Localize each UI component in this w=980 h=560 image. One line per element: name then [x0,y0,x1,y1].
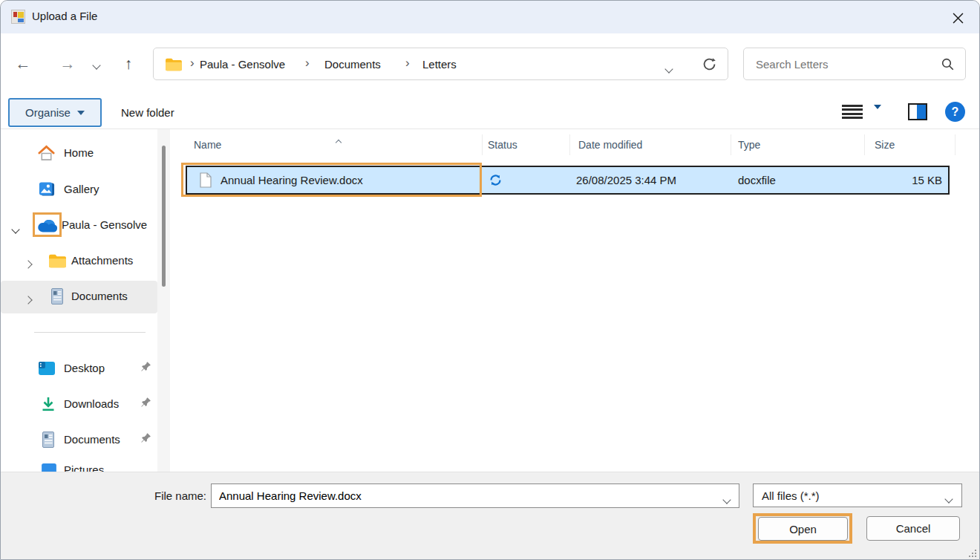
gallery-icon [38,181,55,198]
sidebar-item-documents-pinned[interactable]: Documents [1,429,157,452]
caret-down-icon [77,111,85,115]
back-button[interactable]: ← [10,51,36,76]
window-title: Upload a File [32,10,97,22]
sidebar-scrollbar-thumb[interactable] [162,146,166,287]
chevron-down-icon [13,222,19,235]
breadcrumb-letters[interactable]: Letters [422,58,457,71]
file-name: Annual Hearing Review.docx [220,167,363,193]
column-header-size[interactable]: Size [875,134,895,155]
breadcrumb-separator: › [399,56,416,71]
sidebar-item-label: Downloads [64,397,119,410]
sidebar-item-label: Documents [71,290,128,302]
list-view-icon[interactable] [842,105,863,119]
sidebar-item-label: Attachments [71,254,133,267]
refresh-button[interactable] [702,56,717,72]
chevron-down-icon [946,492,952,504]
organise-button[interactable]: Organise [8,98,102,127]
new-folder-button[interactable]: New folder [121,98,174,127]
views-dropdown-button[interactable] [874,109,881,123]
breadcrumb-paula-gensolve[interactable]: Paula - Gensolve [200,58,285,71]
file-row[interactable]: Annual Hearing Review.docx 26/08/2025 3:… [186,166,950,195]
organise-label: Organise [25,106,71,119]
sidebar-item-documents[interactable]: Documents [1,285,157,309]
column-label: Type [738,139,760,151]
address-bar[interactable]: › Paula - Gensolve › Documents › Letters [153,48,728,80]
sidebar-item-label: Home [64,146,94,159]
chevron-right-icon [25,293,31,305]
app-icon [11,10,25,24]
column-label: Size [875,139,895,151]
sidebar-item-downloads[interactable]: Downloads [1,393,157,417]
column-header-name[interactable]: Name [194,134,221,155]
sidebar-item-desktop[interactable]: Desktop [1,357,157,381]
breadcrumb-separator: › [298,56,316,71]
sidebar-item-label: Gallery [64,183,99,195]
file-name-combo [211,484,739,508]
breadcrumb-separator: › [183,56,201,71]
sidebar-item-attachments[interactable]: Attachments [1,250,157,273]
column-header-status[interactable]: Status [488,134,517,155]
sync-status-icon [489,167,502,193]
file-size: 15 KB [912,167,942,193]
chevron-down-icon[interactable] [724,492,730,506]
onedrive-cloud-icon [36,218,59,233]
pin-icon [140,397,151,408]
sidebar-item-gallery[interactable]: Gallery [1,178,157,202]
sidebar-item-label: Desktop [64,362,105,374]
cancel-button[interactable]: Cancel [866,516,960,541]
upload-file-dialog: Upload a File ← → ↑ › Paula - Gensolve ›… [0,0,980,560]
sidebar-item-home[interactable]: Home [1,142,157,166]
column-divider[interactable] [955,134,956,155]
file-name-input[interactable] [218,485,708,507]
pin-icon [140,432,151,443]
recent-locations-button[interactable] [84,53,109,78]
file-type: docxfile [738,167,776,193]
forward-icon: → [60,55,76,73]
search-input[interactable] [754,49,932,79]
column-divider[interactable] [864,134,865,155]
sidebar-item-label: Paula - Gensolve [62,218,157,231]
file-icon [200,167,212,193]
column-divider[interactable] [569,134,570,155]
caret-down-icon [874,105,881,122]
new-folder-label: New folder [121,106,174,119]
toolbar-divider [1,128,980,129]
folder-icon [48,253,66,268]
column-label: Date modified [578,139,642,151]
desktop-icon [38,361,56,376]
chevron-down-icon [92,61,100,69]
file-name-label: File name: [1,484,206,508]
search-icon [941,57,955,71]
help-icon[interactable]: ? [945,102,965,122]
resize-grip[interactable] [969,550,976,557]
sort-ascending-icon [336,134,341,148]
search-box [743,48,966,80]
up-icon: ↑ [125,55,133,73]
close-icon[interactable] [948,9,967,27]
file-type-select[interactable]: All files (*.*) [753,484,962,507]
back-icon: ← [16,55,31,73]
column-divider[interactable] [482,134,483,155]
sidebar-divider [34,332,146,333]
folder-icon [165,57,182,71]
forward-button[interactable]: → [55,51,80,76]
column-header-type[interactable]: Type [738,134,760,155]
pin-icon [140,361,151,372]
chevron-down-icon [664,65,673,73]
document-icon [50,287,65,305]
sidebar-item-paula-gensolve[interactable]: Paula - Gensolve [1,213,157,238]
breadcrumb-documents[interactable]: Documents [324,58,381,71]
chevron-right-icon [25,257,31,270]
preview-pane-icon[interactable] [908,103,927,120]
address-dropdown-button[interactable] [666,62,672,75]
column-label: Status [488,139,517,151]
open-button[interactable]: Open [758,517,848,541]
downloads-icon [40,396,56,413]
document-icon [41,431,56,449]
column-divider[interactable] [731,134,731,155]
column-label: Name [194,139,221,151]
home-icon [38,145,55,162]
title-bar: Upload a File [1,1,980,33]
up-button[interactable]: ↑ [116,51,141,76]
column-header-date-modified[interactable]: Date modified [578,134,642,155]
